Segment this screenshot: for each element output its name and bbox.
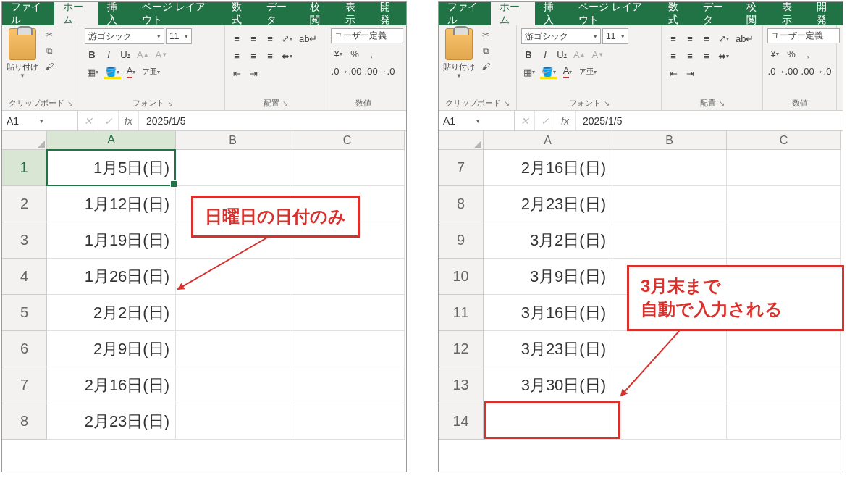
cell[interactable]	[176, 259, 290, 295]
wrap-text-icon[interactable]: ab↵	[733, 31, 756, 46]
decrease-decimal-icon[interactable]: .00→.0	[364, 64, 395, 78]
percent-button[interactable]: %	[784, 46, 799, 61]
chevron-down-icon[interactable]: ▼	[20, 72, 25, 79]
cell[interactable]: 1月12日(日)	[47, 186, 176, 222]
cell[interactable]: 3月2日(日)	[484, 222, 612, 259]
enter-icon[interactable]: ✓	[535, 111, 555, 130]
border-button[interactable]: ▦▾	[521, 64, 537, 79]
font-size-select[interactable]: 11▾	[602, 28, 628, 44]
decrease-font-icon[interactable]: A▼	[153, 47, 170, 62]
formula-input[interactable]: 2025/1/5	[139, 115, 193, 127]
increase-decimal-icon[interactable]: .0→.00	[331, 64, 362, 78]
align-middle-icon[interactable]: ≡	[246, 31, 261, 46]
font-color-button[interactable]: A▾	[124, 64, 138, 79]
cell[interactable]	[612, 150, 727, 186]
dialog-launcher-icon[interactable]: ↘	[282, 99, 288, 107]
increase-font-icon[interactable]: A▲	[135, 47, 151, 62]
dialog-launcher-icon[interactable]: ↘	[67, 99, 73, 107]
row-header[interactable]: 1	[2, 150, 47, 186]
row-header[interactable]: 11	[439, 295, 484, 331]
row-header[interactable]: 2	[2, 186, 47, 222]
cell[interactable]: 2月2日(日)	[47, 295, 176, 331]
format-painter-icon[interactable]: 🖌	[479, 60, 492, 73]
row-header[interactable]: 8	[439, 186, 484, 222]
row-header[interactable]: 9	[439, 222, 484, 259]
row-header[interactable]: 12	[439, 331, 484, 367]
cell[interactable]	[727, 331, 841, 367]
align-top-icon[interactable]: ≡	[229, 31, 244, 46]
cut-icon[interactable]: ✂	[43, 28, 56, 41]
row-header[interactable]: 3	[2, 222, 47, 259]
number-format-select[interactable]: ユーザー定義	[331, 28, 403, 43]
cell[interactable]	[612, 222, 727, 259]
tab-data[interactable]: データ	[258, 2, 301, 25]
tab-view[interactable]: 表示	[337, 2, 371, 25]
percent-button[interactable]: %	[347, 46, 362, 61]
bold-button[interactable]: B	[85, 47, 99, 62]
currency-button[interactable]: ¥▾	[331, 46, 345, 61]
increase-indent-icon[interactable]: ⇥	[683, 66, 697, 80]
cell[interactable]	[727, 150, 841, 186]
cell[interactable]: 3月23日(日)	[484, 331, 612, 367]
formula-input[interactable]: 2025/1/5	[576, 115, 630, 127]
merge-cells-icon[interactable]: ⬌▾	[716, 49, 731, 63]
select-all-corner[interactable]	[2, 131, 47, 150]
cell[interactable]: 2月23日(日)	[47, 403, 176, 440]
column-header-c[interactable]: C	[727, 131, 841, 150]
name-box[interactable]: A1▾	[2, 111, 78, 130]
fx-icon[interactable]: fx	[555, 111, 576, 130]
wrap-text-icon[interactable]: ab↵	[297, 31, 319, 46]
font-color-button[interactable]: A▾	[560, 64, 575, 79]
cell[interactable]	[612, 186, 727, 222]
align-middle-icon[interactable]: ≡	[683, 31, 697, 46]
phonetic-button[interactable]: ア亜▾	[140, 64, 162, 79]
cell[interactable]: 2月16日(日)	[47, 367, 176, 403]
align-center-icon[interactable]: ≡	[246, 49, 261, 63]
align-right-icon[interactable]: ≡	[263, 49, 277, 63]
copy-icon[interactable]: ⧉	[479, 44, 492, 57]
paste-icon[interactable]	[445, 28, 473, 60]
cell[interactable]	[176, 150, 290, 186]
select-all-corner[interactable]	[439, 131, 484, 150]
cell[interactable]: 3月16日(日)	[484, 295, 612, 331]
dialog-launcher-icon[interactable]: ↘	[504, 99, 510, 107]
fill-color-button[interactable]: 🪣▾	[103, 64, 122, 79]
tab-review[interactable]: 校閲	[738, 2, 772, 25]
row-header[interactable]: 13	[439, 367, 484, 403]
column-header-c[interactable]: C	[290, 131, 405, 150]
name-box[interactable]: A1▾	[439, 111, 515, 130]
bold-button[interactable]: B	[521, 47, 536, 62]
tab-formula[interactable]: 数式	[660, 2, 694, 25]
cell[interactable]	[727, 186, 841, 222]
enter-icon[interactable]: ✓	[98, 111, 119, 130]
cell[interactable]: 1月5日(日)	[47, 150, 176, 186]
fill-color-button[interactable]: 🪣▾	[539, 64, 558, 79]
currency-button[interactable]: ¥▾	[767, 46, 782, 61]
row-header[interactable]: 14	[439, 403, 484, 440]
phonetic-button[interactable]: ア亜▾	[577, 64, 599, 79]
comma-button[interactable]: ,	[801, 46, 815, 61]
cell[interactable]: 1月19日(日)	[47, 222, 176, 259]
tab-file[interactable]: ファイル	[439, 2, 491, 25]
cell[interactable]	[290, 150, 405, 186]
cell[interactable]	[290, 403, 405, 440]
column-header-a[interactable]: A	[484, 131, 612, 150]
row-header[interactable]: 4	[2, 259, 47, 295]
increase-decimal-icon[interactable]: .0→.00	[767, 64, 799, 78]
number-format-select[interactable]: ユーザー定義	[767, 28, 840, 43]
align-right-icon[interactable]: ≡	[699, 49, 714, 63]
dialog-launcher-icon[interactable]: ↘	[719, 99, 725, 107]
tab-home[interactable]: ホーム	[491, 2, 534, 25]
cell[interactable]	[176, 403, 290, 440]
italic-button[interactable]: I	[101, 47, 116, 62]
increase-indent-icon[interactable]: ⇥	[246, 66, 261, 80]
cell[interactable]	[612, 331, 727, 367]
decrease-font-icon[interactable]: A▼	[590, 47, 607, 62]
cell[interactable]: 1月26日(日)	[47, 259, 176, 295]
tab-developer[interactable]: 開発	[371, 2, 406, 25]
copy-icon[interactable]: ⧉	[43, 44, 56, 57]
decrease-decimal-icon[interactable]: .00→.0	[801, 64, 832, 78]
cell[interactable]: 3月9日(日)	[484, 259, 612, 295]
font-size-select[interactable]: 11▾	[166, 28, 192, 44]
cell[interactable]: 3月30日(日)	[484, 367, 612, 403]
